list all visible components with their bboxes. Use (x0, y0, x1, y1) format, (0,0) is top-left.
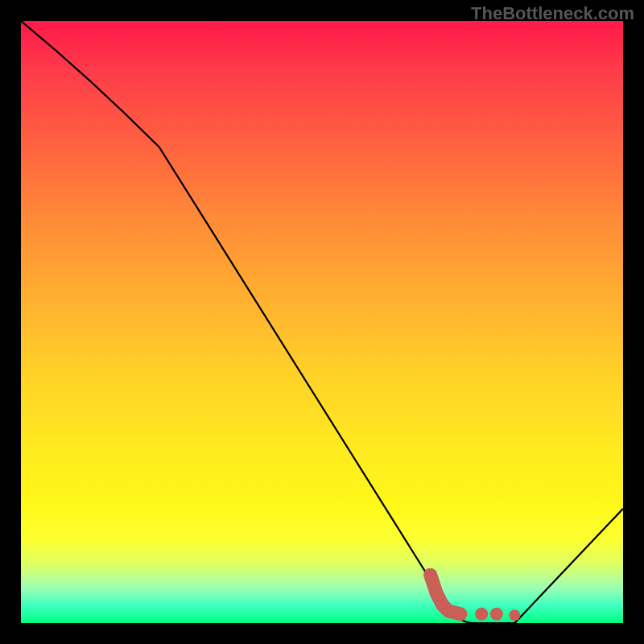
chart-plot-area (21, 21, 623, 623)
marker-dot (509, 609, 520, 621)
marker-dot (490, 608, 503, 621)
chart-svg (21, 21, 623, 623)
marker-dot (475, 608, 488, 621)
bottleneck-curve-path (21, 21, 623, 623)
watermark-text: TheBottleneck.com (471, 3, 634, 24)
marker-stroke (431, 575, 460, 614)
marker-group (431, 575, 521, 621)
